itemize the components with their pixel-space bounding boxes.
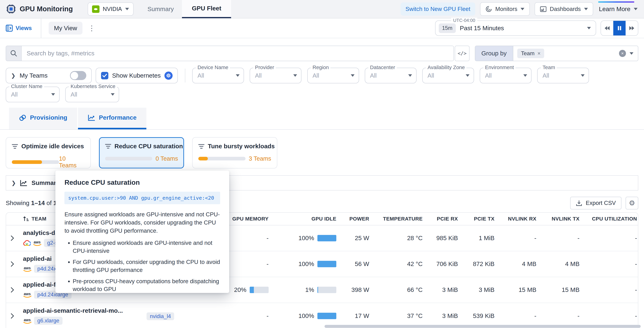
gpu-idle-value: 1% xyxy=(305,286,314,294)
card-header: Reduce CPU saturation xyxy=(105,143,178,150)
current-view-name[interactable]: My View xyxy=(48,22,82,34)
row-expander-chevron-icon[interactable] xyxy=(6,235,18,241)
filter-select-region[interactable]: RegionAll xyxy=(307,68,359,83)
show-kubernetes-filter[interactable]: Show Kubernetes ☸ xyxy=(96,68,178,83)
row-expander-chevron-icon[interactable] xyxy=(6,313,18,319)
filter-select-provider[interactable]: ProviderAll xyxy=(250,68,302,83)
switch-to-new-gpu-fleet-link[interactable]: Switch to New GPU Fleet xyxy=(400,2,475,16)
gpu-idle-bar-fill xyxy=(318,313,336,319)
kubernetes-checkbox[interactable] xyxy=(101,72,108,79)
time-range-picker[interactable]: UTC-04:00 15m Past 15 Minutes xyxy=(435,20,596,36)
filter-select-label: Environment xyxy=(484,64,516,70)
chevron-down-icon xyxy=(51,93,55,96)
filter-select-team[interactable]: TeamAll xyxy=(537,68,589,83)
filter-select-environment[interactable]: EnvironmentAll xyxy=(480,68,532,83)
chevron-down-icon xyxy=(466,74,470,77)
filter-select-value: All xyxy=(71,91,111,98)
insight-card-0[interactable]: Optimize idle devices10 Teams xyxy=(6,137,91,168)
filter-select-value: All xyxy=(198,72,236,79)
instance-type-chip[interactable]: g6.xlarge xyxy=(34,317,62,324)
tab-summary[interactable]: Summary xyxy=(148,6,174,13)
query-syntax-toggle[interactable]: </> xyxy=(455,46,470,61)
tooltip-bullet-list: Ensure assigned workloads are GPU-intens… xyxy=(73,239,220,293)
step-backward-button[interactable] xyxy=(601,21,613,36)
column-header-power[interactable]: POWER xyxy=(338,216,371,222)
group-by-chip-team[interactable]: Team × xyxy=(517,48,544,58)
divider xyxy=(185,68,185,82)
cell-gpu-type: nvidia_l4 xyxy=(145,312,194,320)
column-header-pcie-rx[interactable]: PCIE RX xyxy=(424,216,460,222)
cell-power: 25 W xyxy=(338,234,371,242)
pause-button[interactable] xyxy=(613,21,626,36)
column-header-cpu-utilization[interactable]: CPU UTILIZATION xyxy=(581,216,638,222)
cell-team: applied-ai-semantic-retrieval-mo...awsg6… xyxy=(18,307,145,325)
cell-temperature: 28 °C xyxy=(371,234,424,242)
tab-label: Performance xyxy=(99,114,137,121)
cell-nvlink-tx: - xyxy=(538,312,581,320)
tooltip-title: Reduce CPU saturation xyxy=(64,179,220,186)
search-input[interactable] xyxy=(22,46,454,61)
monitors-menu[interactable]: Monitors xyxy=(480,2,530,16)
chevron-down-icon xyxy=(111,93,114,96)
scrollbar-thumb[interactable] xyxy=(324,325,641,328)
aws-icon: aws xyxy=(23,292,32,298)
org-selector[interactable]: NVIDIA xyxy=(88,2,134,16)
gpu-idle-bar-fill xyxy=(318,261,336,268)
column-header-nvlink-tx[interactable]: NVLINK TX xyxy=(538,216,581,222)
card-progress-row: 0 Teams xyxy=(105,155,178,162)
dashboards-menu[interactable]: Dashboards xyxy=(534,2,593,16)
time-controls: UTC-04:00 15m Past 15 Minutes xyxy=(435,20,638,36)
filter-select-value: All xyxy=(370,72,408,79)
top-bar-actions: Switch to New GPU Fleet Monitors Dashboa… xyxy=(400,2,638,16)
filter-select-device-name[interactable]: Device NameAll xyxy=(192,68,244,83)
cell-nvlink-tx: - xyxy=(538,234,581,242)
filter-select-cluster-name[interactable]: Cluster NameAll xyxy=(6,87,60,102)
summary-chart-icon xyxy=(20,180,28,186)
tab-performance[interactable]: Performance xyxy=(78,108,146,129)
tab-provisioning[interactable]: Provisioning xyxy=(9,108,77,129)
column-header-nvlink-rx[interactable]: NVLINK RX xyxy=(496,216,538,222)
time-shortcut-badge: 15m xyxy=(439,24,456,33)
column-header-temperature[interactable]: TEMPERATURE xyxy=(371,216,424,222)
gpu-idle-bar xyxy=(318,313,336,319)
filter-select-availability-zone[interactable]: Availability ZoneAll xyxy=(422,68,474,83)
views-panel-toggle[interactable]: Views xyxy=(6,25,32,32)
filters-row: ❯ My Teams Show Kubernetes ☸ Device Name… xyxy=(6,68,638,83)
view-options-kebab-icon[interactable]: ⋮ xyxy=(88,24,95,32)
filter-select-kubernetes-service[interactable]: Kubernetes ServiceAll xyxy=(65,87,119,102)
aws-icon: aws xyxy=(23,266,32,272)
team-name[interactable]: applied-ai-semantic-retrieval-mo... xyxy=(23,307,145,314)
cell-power: 17 W xyxy=(338,312,371,320)
step-forward-button[interactable] xyxy=(626,21,638,36)
my-teams-toggle[interactable] xyxy=(70,71,86,80)
my-teams-filter[interactable]: ❯ My Teams xyxy=(6,68,92,83)
group-by-control[interactable]: Group by Team × × xyxy=(475,46,638,61)
cell-cpu-utilization: - xyxy=(581,312,638,320)
chevron-down-icon xyxy=(351,74,354,77)
filter-select-datacenter[interactable]: DatacenterAll xyxy=(365,68,416,83)
learn-more-menu[interactable]: Learn More xyxy=(598,3,638,15)
column-header-gpu-idle[interactable]: GPU IDLE xyxy=(270,216,338,222)
teams-progress-fill xyxy=(12,160,42,164)
card-progress-row: 10 Teams xyxy=(12,155,84,169)
svg-text:aws: aws xyxy=(34,240,41,244)
filter-select-value: All xyxy=(312,72,351,79)
insight-card-2[interactable]: Tune bursty workloads3 Teams xyxy=(192,137,277,168)
insight-card-1[interactable]: Reduce CPU saturation0 Teams xyxy=(99,137,184,168)
table-settings-gear-icon[interactable]: ⚙ xyxy=(626,197,638,210)
clear-group-by-icon[interactable]: × xyxy=(619,50,626,57)
remove-chip-icon[interactable]: × xyxy=(538,50,540,56)
filter-select-label: Cluster Name xyxy=(10,83,44,89)
reduce-cpu-saturation-tooltip: Reduce CPU saturation system.cpu.user:>9… xyxy=(56,170,229,293)
chevron-down-icon xyxy=(630,52,634,55)
app-title: GPU Monitoring xyxy=(20,5,73,13)
gpu-idle-bar-fill xyxy=(318,235,336,242)
column-header-pcie-tx[interactable]: PCIE TX xyxy=(460,216,496,222)
sort-ascending-icon xyxy=(23,216,29,222)
export-csv-button[interactable]: Export CSV xyxy=(570,197,622,210)
row-expander-chevron-icon[interactable] xyxy=(6,261,18,267)
gpu-idle-bar-fill xyxy=(318,287,318,293)
gpu-type-chip[interactable]: nvidia_l4 xyxy=(146,312,174,320)
tab-gpu-fleet[interactable]: GPU Fleet xyxy=(182,0,231,18)
row-expander-chevron-icon[interactable] xyxy=(6,287,18,293)
